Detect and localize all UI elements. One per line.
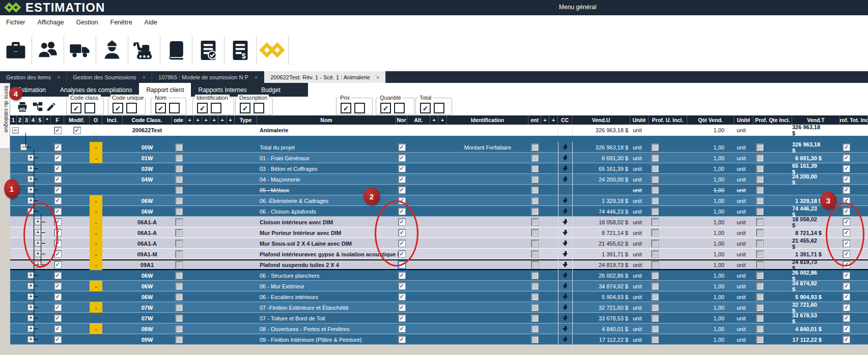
checkbox[interactable] <box>175 154 183 162</box>
checkbox[interactable] <box>651 282 659 290</box>
cell-f[interactable] <box>51 125 64 136</box>
filter-checkbox-on[interactable] <box>420 103 431 113</box>
checkbox[interactable] <box>54 165 62 172</box>
checkbox[interactable] <box>531 165 539 172</box>
cell-profq[interactable] <box>753 259 792 270</box>
cell-nor[interactable] <box>396 238 407 249</box>
cell-profq[interactable] <box>753 238 792 249</box>
checkbox[interactable] <box>651 314 659 322</box>
filter-checkbox-off[interactable] <box>126 103 137 113</box>
checkbox[interactable] <box>843 336 850 343</box>
cell-f[interactable] <box>51 281 64 291</box>
menu-item-0[interactable]: Fichier <box>0 19 32 26</box>
checkbox[interactable] <box>398 336 406 343</box>
checkbox[interactable] <box>175 325 183 333</box>
checkbox[interactable] <box>651 261 659 269</box>
checkbox[interactable] <box>54 218 62 226</box>
cell-modif[interactable] <box>64 195 90 206</box>
hierarchy-icon[interactable] <box>32 101 44 113</box>
checkbox[interactable] <box>531 186 539 194</box>
checkbox[interactable] <box>54 229 62 236</box>
checkbox[interactable] <box>175 282 183 290</box>
table-row[interactable]: +-08W08 - Ouvertures - Portes et Fenêtre… <box>10 323 868 334</box>
checkbox[interactable] <box>756 336 764 343</box>
checkbox[interactable] <box>54 240 62 247</box>
cell-modif[interactable] <box>64 163 90 174</box>
cell-ent[interactable] <box>528 302 541 313</box>
checkbox[interactable] <box>398 282 406 290</box>
cell-ode[interactable] <box>172 334 186 345</box>
cell-cc[interactable] <box>558 323 572 334</box>
table-row[interactable]: +04W04 - Maçonnerie24 200,00 $unit1,00un… <box>10 174 868 185</box>
checkbox[interactable] <box>651 272 659 279</box>
cell-nor[interactable] <box>396 174 407 185</box>
checkbox[interactable] <box>651 240 659 247</box>
worker-icon[interactable] <box>96 34 128 67</box>
cell-cc[interactable] <box>558 227 572 238</box>
cell-profu[interactable] <box>649 227 687 238</box>
cell-cc[interactable] <box>558 281 572 291</box>
cell-proft[interactable] <box>840 334 868 345</box>
cell-modif[interactable] <box>64 125 90 136</box>
cell-profq[interactable] <box>753 249 792 259</box>
cc-arrow-icon[interactable] <box>563 251 568 257</box>
checkbox[interactable] <box>531 261 539 269</box>
cc-arrow-icon[interactable] <box>563 315 568 321</box>
cell-profq[interactable] <box>753 174 792 185</box>
cell-cc[interactable] <box>558 313 572 323</box>
checkbox[interactable] <box>398 154 406 162</box>
cell-f[interactable] <box>51 270 64 281</box>
cell-modif[interactable] <box>64 313 90 323</box>
cell-f[interactable] <box>51 238 64 249</box>
cell-proft[interactable] <box>840 163 868 174</box>
expand-toggle[interactable]: − <box>12 127 19 134</box>
checkbox[interactable] <box>175 240 183 247</box>
checkbox[interactable] <box>175 272 183 279</box>
cell-cc[interactable] <box>558 217 572 227</box>
checkbox[interactable] <box>651 175 659 183</box>
checkbox[interactable] <box>175 208 183 215</box>
cell-ent[interactable] <box>528 259 541 270</box>
cell-profu[interactable] <box>649 153 687 163</box>
checkbox[interactable] <box>756 240 764 247</box>
checkbox[interactable] <box>756 143 764 151</box>
checkbox[interactable] <box>175 261 183 269</box>
cell-profu[interactable] <box>649 185 687 195</box>
cell-ode[interactable] <box>172 313 186 323</box>
cell-proft[interactable] <box>840 259 868 270</box>
cell-nor[interactable] <box>396 334 407 345</box>
cell-profq[interactable] <box>753 291 792 302</box>
cell-modif[interactable] <box>64 227 90 238</box>
checkbox[interactable] <box>54 143 62 151</box>
checkbox[interactable] <box>398 260 406 269</box>
checkbox[interactable] <box>531 272 539 279</box>
checkbox[interactable] <box>651 143 659 151</box>
cell-ode[interactable] <box>172 125 186 136</box>
cell-profu[interactable] <box>649 206 687 217</box>
cell-f[interactable] <box>51 334 64 345</box>
cc-arrow-icon[interactable] <box>563 241 568 247</box>
checkbox[interactable] <box>398 325 406 333</box>
table-row[interactable]: +06W06 - Escaliers intérieurs5 904,93 $u… <box>10 291 868 302</box>
checkbox[interactable] <box>398 186 406 194</box>
cell-cc[interactable] <box>558 142 572 153</box>
cell-nor[interactable] <box>396 206 407 217</box>
cell-nor[interactable] <box>396 313 407 323</box>
checkbox[interactable] <box>756 325 764 333</box>
checkbox[interactable] <box>175 229 183 236</box>
checkbox[interactable] <box>756 293 764 301</box>
cell-ent[interactable] <box>528 270 541 281</box>
cell-profu[interactable] <box>649 281 687 291</box>
cell-profu[interactable] <box>649 163 687 174</box>
brand-icon[interactable] <box>257 34 288 67</box>
filter-checkbox-off[interactable] <box>211 103 221 113</box>
cell-nor[interactable] <box>396 291 407 302</box>
excavator-icon[interactable] <box>128 34 160 67</box>
filter-checkbox-on[interactable] <box>197 103 208 113</box>
table-row[interactable]: −200622TestAnimalerie326 963,18 $unit1,0… <box>10 125 868 136</box>
checkbox[interactable] <box>531 143 539 151</box>
checkbox[interactable] <box>398 229 406 236</box>
table-row[interactable]: +-09A1-MPlafond intérieuravec gypse & is… <box>10 249 868 259</box>
menu-item-4[interactable]: Aide <box>138 19 163 26</box>
checkbox[interactable] <box>54 304 62 311</box>
